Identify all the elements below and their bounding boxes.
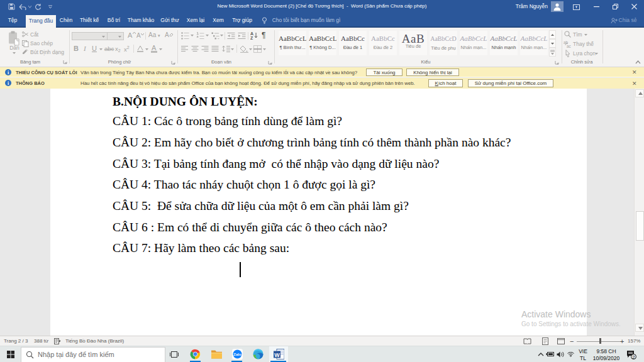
svg-text:2: 2 — [632, 354, 635, 360]
svg-text:A: A — [250, 31, 253, 36]
svg-text:Z: Z — [250, 36, 253, 40]
svg-text:W: W — [274, 352, 280, 358]
svg-text:ac: ac — [567, 44, 571, 48]
svg-text:Zalo: Zalo — [233, 353, 242, 356]
